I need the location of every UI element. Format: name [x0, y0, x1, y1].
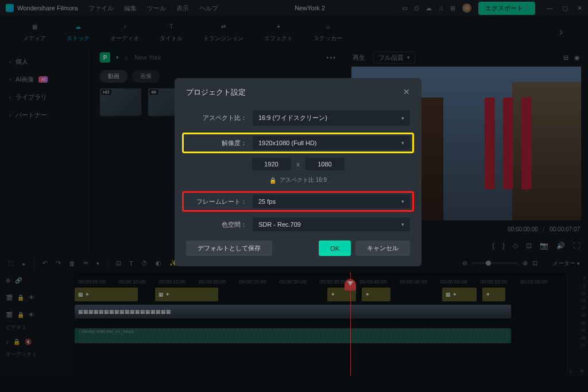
project-settings-dialog: プロジェクト設定 ✕ アスペクト比： 16:9 (ワイドスクリーン)▾ 解像度：…: [175, 78, 421, 266]
width-input[interactable]: [252, 158, 291, 170]
resolution-select[interactable]: 1920x1080 (Full HD)▾: [253, 136, 410, 150]
resolution-label: 解像度：: [186, 139, 247, 148]
aspect-label: アスペクト比：: [186, 114, 247, 122]
save-default-button[interactable]: デフォルトとして保存: [186, 240, 272, 256]
dimension-x: x: [297, 161, 300, 168]
framerate-label: フレームレート：: [186, 197, 247, 206]
colorspace-select[interactable]: SDR - Rec.709▾: [253, 218, 410, 231]
aspect-select[interactable]: 16:9 (ワイドスクリーン)▾: [253, 110, 410, 126]
framerate-select[interactable]: 25 fps▾: [253, 195, 410, 208]
dialog-title: プロジェクト設定: [186, 87, 246, 98]
ok-button[interactable]: OK: [319, 240, 351, 256]
colorspace-label: 色空間：: [186, 220, 247, 229]
lock-icon: 🔒: [269, 177, 276, 184]
dialog-close-icon[interactable]: ✕: [403, 87, 410, 98]
framerate-row-highlight: フレームレート： 25 fps▾: [182, 191, 414, 212]
cancel-button[interactable]: キャンセル: [355, 240, 410, 256]
aspect-lock[interactable]: 🔒 アスペクト比 16:9: [186, 176, 410, 184]
dimension-inputs: x: [186, 158, 410, 170]
resolution-row-highlight: 解像度： 1920x1080 (Full HD)▾: [182, 133, 414, 153]
height-input[interactable]: [305, 158, 345, 170]
